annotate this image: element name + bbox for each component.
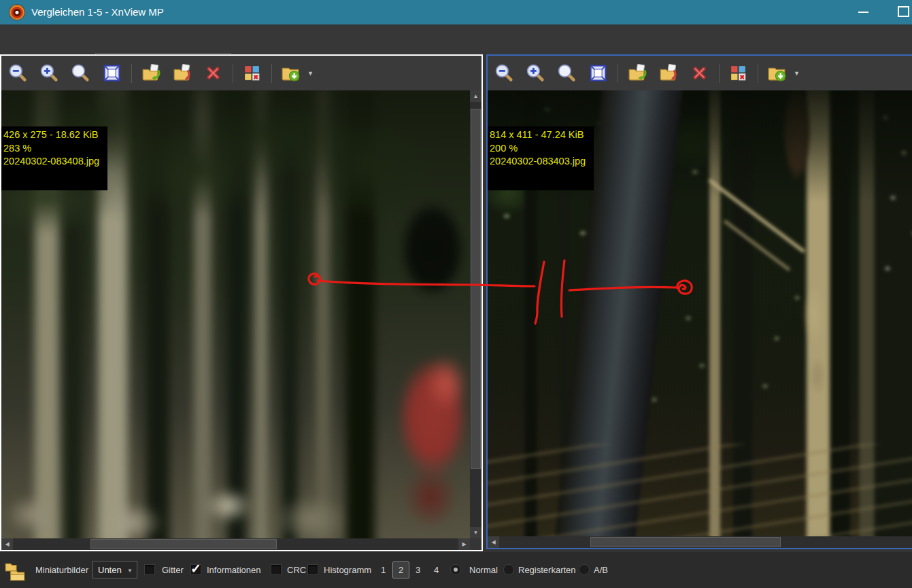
fit-to-window-button[interactable]	[100, 62, 123, 85]
open-next-folder-button[interactable]	[656, 62, 679, 85]
chevron-down-icon[interactable]: ▼	[307, 70, 314, 77]
radio-label-registerkarten[interactable]: Registerkarten	[518, 565, 576, 575]
scrollbar-thumb[interactable]	[590, 537, 781, 547]
delete-button[interactable]	[201, 62, 224, 85]
photo-texture-ground	[488, 444, 912, 536]
magnifier-button[interactable]	[555, 62, 578, 85]
maximize-button[interactable]	[898, 6, 909, 17]
arrow-left-icon: ◀	[491, 539, 495, 545]
image-viewport-right[interactable]: 814 x 411 - 47.24 KiB 200 % 20240302-083…	[488, 90, 912, 536]
panel-toolbar-left: ▼	[1, 56, 482, 90]
compare-layout-button[interactable]	[726, 62, 749, 85]
info-filename: 20240302-083403.jpg	[490, 155, 594, 169]
zoom-in-button[interactable]	[524, 62, 547, 85]
compare-layout-button[interactable]	[240, 62, 263, 85]
window-title: Vergleichen 1-5 - XnView MP	[31, 6, 164, 18]
open-previous-folder-button[interactable]	[625, 62, 648, 85]
radio-ab[interactable]	[579, 564, 590, 575]
image-viewport-left[interactable]: 426 x 275 - 18.62 KiB 283 % 20240302-083…	[1, 90, 470, 538]
zoom-out-button[interactable]	[492, 62, 516, 85]
horizontal-scrollbar[interactable]: ◀	[488, 536, 912, 548]
send-to-folder-button[interactable]	[279, 62, 302, 85]
layout-button-1[interactable]: 1	[381, 565, 386, 575]
magnifier-button[interactable]	[69, 62, 92, 85]
vertical-scrollbar[interactable]: ▲ ▼	[470, 90, 482, 538]
checkbox-label-gitter[interactable]: Gitter	[162, 565, 184, 575]
checkbox-label-informationen[interactable]: Informationen	[207, 565, 261, 575]
arrow-up-icon: ▲	[473, 93, 479, 99]
compare-panel-right: ▼ 814 x 411 - 47.24 KiB 200 % 20240302-0…	[486, 54, 912, 549]
thumbnail-position-dropdown[interactable]: Unten ▼	[92, 561, 137, 578]
info-zoom: 200 %	[490, 142, 594, 156]
layout-button-2[interactable]: 2	[392, 561, 409, 578]
checkbox-informationen[interactable]	[190, 564, 201, 575]
xnview-logo-icon	[10, 5, 24, 20]
compare-panel-left: ▼ 426 x 275 - 18.62 KiB 283 % 20240302-0…	[0, 54, 483, 551]
dropdown-value: Unten	[98, 565, 122, 575]
toolbar-separator	[131, 64, 132, 83]
title-bar: Vergleichen 1-5 - XnView MP	[0, 0, 912, 24]
checkbox-label-histogramm[interactable]: Histogramm	[324, 565, 371, 575]
thumbnail-browser-icon[interactable]	[4, 560, 27, 583]
toolbar-separator	[618, 64, 618, 83]
toolbar-separator	[271, 64, 272, 83]
info-size: 426 x 275 - 18.62 KiB	[3, 128, 107, 142]
image-info-overlay-left: 426 x 275 - 18.62 KiB 283 % 20240302-083…	[1, 126, 107, 190]
panel-toolbar-right: ▼	[488, 56, 912, 90]
info-zoom: 283 %	[3, 142, 107, 156]
zoom-out-button[interactable]	[6, 62, 29, 85]
arrow-left-icon: ◀	[5, 541, 9, 547]
radio-label-normal[interactable]: Normal	[469, 565, 498, 575]
delete-button[interactable]	[688, 62, 711, 85]
chevron-down-icon: ▼	[127, 568, 133, 574]
checkbox-gitter[interactable]	[144, 564, 155, 575]
scroll-right-button[interactable]: ▶	[458, 538, 470, 550]
scrollbar-thumb[interactable]	[90, 539, 277, 549]
scrollbar-thumb[interactable]	[471, 109, 481, 469]
checkbox-crc[interactable]	[271, 564, 282, 575]
thumbnails-label: Miniaturbilder	[35, 565, 88, 575]
open-previous-folder-button[interactable]	[139, 62, 162, 85]
radio-registerkarten[interactable]	[503, 564, 514, 575]
toolbar-separator	[758, 64, 758, 83]
photo-texture-branch	[724, 220, 790, 271]
open-next-folder-button[interactable]	[170, 62, 193, 85]
scroll-down-button[interactable]: ▼	[470, 527, 482, 538]
layout-button-4[interactable]: 4	[434, 565, 439, 575]
scroll-left-button[interactable]: ◀	[488, 536, 499, 548]
minimize-button[interactable]	[858, 12, 868, 13]
send-to-folder-button[interactable]	[765, 62, 788, 85]
scroll-left-button[interactable]: ◀	[1, 538, 13, 550]
photo-texture-branch	[708, 179, 805, 253]
checkbox-histogramm[interactable]	[307, 564, 318, 575]
layout-button-3[interactable]: 3	[416, 565, 420, 575]
horizontal-scrollbar[interactable]: ◀ ▶	[1, 538, 470, 550]
zoom-in-button[interactable]	[37, 62, 61, 85]
info-filename: 20240302-083408.jpg	[3, 155, 107, 169]
info-size: 814 x 411 - 47.24 KiB	[490, 128, 594, 142]
radio-label-ab[interactable]: A/B	[594, 565, 608, 575]
arrow-down-icon: ▼	[473, 530, 479, 536]
toolbar-separator	[233, 64, 233, 83]
toolbar-separator	[719, 64, 720, 83]
fit-to-window-button[interactable]	[586, 62, 609, 85]
tab-bar: Bildverwaltung ✕ Vergleichen 1-5 ✕	[0, 24, 912, 54]
checkbox-label-crc[interactable]: CRC	[287, 565, 306, 575]
arrow-right-icon: ▶	[462, 541, 466, 547]
image-info-overlay-right: 814 x 411 - 47.24 KiB 200 % 20240302-083…	[488, 126, 594, 190]
scroll-up-button[interactable]: ▲	[470, 90, 482, 102]
chevron-down-icon[interactable]: ▼	[794, 70, 800, 77]
radio-normal[interactable]	[450, 564, 461, 575]
scrollbar-corner	[470, 538, 482, 550]
status-bar: Miniaturbilder Unten ▼ Gitter Informatio…	[0, 552, 912, 588]
